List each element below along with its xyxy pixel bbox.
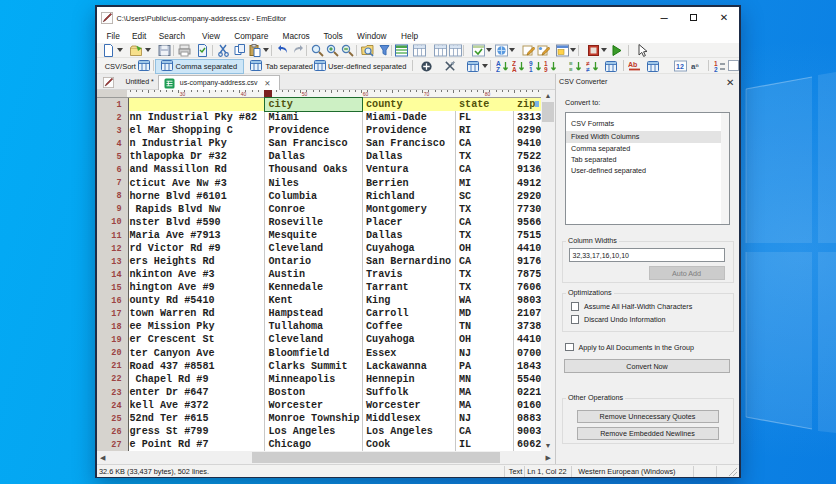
svg-text:2: 2 (714, 66, 718, 73)
svg-text:Ab: Ab (628, 60, 637, 67)
svg-text:12: 12 (676, 63, 684, 70)
svg-text:≡: ≡ (569, 66, 573, 73)
svg-text:aⁿ: aⁿ (691, 62, 699, 71)
svg-text:≠: ≠ (586, 66, 590, 73)
svg-text:9: 9 (544, 66, 548, 73)
